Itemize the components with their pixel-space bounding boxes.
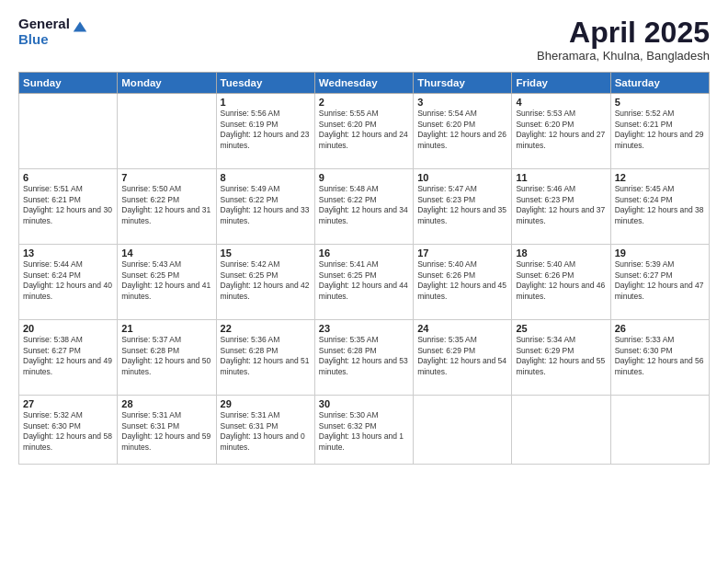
- logo: General Blue: [18, 17, 88, 47]
- calendar-cell: 14Sunrise: 5:43 AM Sunset: 6:25 PM Dayli…: [118, 245, 216, 320]
- calendar-cell: 22Sunrise: 5:36 AM Sunset: 6:28 PM Dayli…: [216, 320, 314, 396]
- day-info: Sunrise: 5:38 AM Sunset: 6:27 PM Dayligh…: [23, 335, 113, 377]
- calendar-cell: 28Sunrise: 5:31 AM Sunset: 6:31 PM Dayli…: [118, 396, 216, 465]
- calendar-cell: 25Sunrise: 5:34 AM Sunset: 6:29 PM Dayli…: [512, 320, 610, 396]
- calendar-cell: 6Sunrise: 5:51 AM Sunset: 6:21 PM Daylig…: [19, 169, 118, 245]
- day-info: Sunrise: 5:31 AM Sunset: 6:31 PM Dayligh…: [121, 410, 211, 453]
- calendar-cell: 17Sunrise: 5:40 AM Sunset: 6:26 PM Dayli…: [414, 245, 512, 320]
- day-number: 9: [319, 172, 409, 183]
- calendar-cell: 4Sunrise: 5:53 AM Sunset: 6:20 PM Daylig…: [512, 94, 610, 169]
- calendar-cell: [414, 396, 512, 465]
- day-number: 7: [121, 172, 211, 183]
- logo-general: General: [18, 17, 70, 32]
- logo-icon: [72, 18, 88, 35]
- calendar-cell: 2Sunrise: 5:55 AM Sunset: 6:20 PM Daylig…: [314, 94, 413, 169]
- day-info: Sunrise: 5:31 AM Sunset: 6:31 PM Dayligh…: [221, 410, 311, 453]
- day-info: Sunrise: 5:52 AM Sunset: 6:21 PM Dayligh…: [615, 109, 705, 151]
- day-number: 14: [121, 247, 211, 259]
- day-info: Sunrise: 5:50 AM Sunset: 6:22 PM Dayligh…: [121, 184, 211, 226]
- day-number: 15: [221, 247, 311, 259]
- calendar-cell: 26Sunrise: 5:33 AM Sunset: 6:30 PM Dayli…: [610, 320, 709, 396]
- day-number: 26: [615, 323, 705, 334]
- day-number: 29: [221, 398, 311, 409]
- calendar-cell: 9Sunrise: 5:48 AM Sunset: 6:22 PM Daylig…: [314, 169, 413, 245]
- calendar-week-1: 1Sunrise: 5:56 AM Sunset: 6:19 PM Daylig…: [19, 94, 710, 169]
- day-number: 18: [516, 247, 606, 259]
- calendar-cell: 15Sunrise: 5:42 AM Sunset: 6:25 PM Dayli…: [216, 245, 314, 320]
- day-info: Sunrise: 5:35 AM Sunset: 6:28 PM Dayligh…: [319, 335, 409, 377]
- day-number: 5: [615, 97, 705, 108]
- day-number: 28: [121, 398, 211, 409]
- weekday-header-tuesday: Tuesday: [216, 73, 314, 94]
- calendar-cell: 7Sunrise: 5:50 AM Sunset: 6:22 PM Daylig…: [118, 169, 216, 245]
- weekday-header-thursday: Thursday: [414, 73, 512, 94]
- day-number: 27: [23, 398, 113, 409]
- logo-text: General Blue: [18, 17, 70, 47]
- calendar-week-2: 6Sunrise: 5:51 AM Sunset: 6:21 PM Daylig…: [19, 169, 710, 245]
- day-info: Sunrise: 5:34 AM Sunset: 6:29 PM Dayligh…: [516, 335, 606, 377]
- calendar-cell: 18Sunrise: 5:40 AM Sunset: 6:26 PM Dayli…: [512, 245, 610, 320]
- calendar-cell: [19, 94, 118, 169]
- day-info: Sunrise: 5:48 AM Sunset: 6:22 PM Dayligh…: [319, 184, 409, 226]
- weekday-header-row: SundayMondayTuesdayWednesdayThursdayFrid…: [19, 73, 710, 94]
- day-info: Sunrise: 5:45 AM Sunset: 6:24 PM Dayligh…: [615, 184, 705, 226]
- calendar-cell: 12Sunrise: 5:45 AM Sunset: 6:24 PM Dayli…: [610, 169, 709, 245]
- calendar-week-4: 20Sunrise: 5:38 AM Sunset: 6:27 PM Dayli…: [19, 320, 710, 396]
- title-block: April 2025 Bheramara, Khulna, Bangladesh: [537, 17, 710, 63]
- logo-blue: Blue: [18, 32, 70, 48]
- day-info: Sunrise: 5:30 AM Sunset: 6:32 PM Dayligh…: [319, 410, 409, 453]
- calendar-cell: [610, 396, 709, 465]
- day-number: 13: [23, 247, 113, 259]
- day-info: Sunrise: 5:36 AM Sunset: 6:28 PM Dayligh…: [221, 335, 311, 377]
- calendar-week-5: 27Sunrise: 5:32 AM Sunset: 6:30 PM Dayli…: [19, 396, 710, 465]
- calendar-cell: 30Sunrise: 5:30 AM Sunset: 6:32 PM Dayli…: [314, 396, 413, 465]
- day-info: Sunrise: 5:44 AM Sunset: 6:24 PM Dayligh…: [23, 259, 113, 302]
- day-number: 22: [221, 323, 311, 334]
- day-number: 21: [121, 323, 211, 334]
- day-info: Sunrise: 5:55 AM Sunset: 6:20 PM Dayligh…: [319, 109, 409, 151]
- calendar-cell: 27Sunrise: 5:32 AM Sunset: 6:30 PM Dayli…: [19, 396, 118, 465]
- day-number: 6: [23, 172, 113, 183]
- calendar-title: April 2025: [537, 17, 710, 49]
- calendar-cell: 10Sunrise: 5:47 AM Sunset: 6:23 PM Dayli…: [414, 169, 512, 245]
- day-info: Sunrise: 5:33 AM Sunset: 6:30 PM Dayligh…: [615, 335, 705, 377]
- calendar-cell: 16Sunrise: 5:41 AM Sunset: 6:25 PM Dayli…: [314, 245, 413, 320]
- calendar-cell: 19Sunrise: 5:39 AM Sunset: 6:27 PM Dayli…: [610, 245, 709, 320]
- calendar-cell: [118, 94, 216, 169]
- calendar-table: SundayMondayTuesdayWednesdayThursdayFrid…: [18, 72, 710, 465]
- weekday-header-sunday: Sunday: [19, 73, 118, 94]
- svg-marker-0: [74, 22, 86, 32]
- calendar-cell: 8Sunrise: 5:49 AM Sunset: 6:22 PM Daylig…: [216, 169, 314, 245]
- day-number: 4: [516, 97, 606, 108]
- calendar-cell: 11Sunrise: 5:46 AM Sunset: 6:23 PM Dayli…: [512, 169, 610, 245]
- calendar-cell: 1Sunrise: 5:56 AM Sunset: 6:19 PM Daylig…: [216, 94, 314, 169]
- day-info: Sunrise: 5:51 AM Sunset: 6:21 PM Dayligh…: [23, 184, 113, 226]
- day-number: 3: [417, 97, 507, 108]
- calendar-cell: [512, 396, 610, 465]
- day-info: Sunrise: 5:43 AM Sunset: 6:25 PM Dayligh…: [121, 259, 211, 302]
- day-info: Sunrise: 5:41 AM Sunset: 6:25 PM Dayligh…: [319, 259, 409, 302]
- calendar-cell: 29Sunrise: 5:31 AM Sunset: 6:31 PM Dayli…: [216, 396, 314, 465]
- day-number: 25: [516, 323, 606, 334]
- day-number: 19: [615, 247, 705, 259]
- day-number: 20: [23, 323, 113, 334]
- day-number: 10: [417, 172, 507, 183]
- day-info: Sunrise: 5:47 AM Sunset: 6:23 PM Dayligh…: [417, 184, 507, 226]
- calendar-cell: 24Sunrise: 5:35 AM Sunset: 6:29 PM Dayli…: [414, 320, 512, 396]
- day-info: Sunrise: 5:39 AM Sunset: 6:27 PM Dayligh…: [615, 259, 705, 302]
- day-number: 12: [615, 172, 705, 183]
- weekday-header-wednesday: Wednesday: [314, 73, 413, 94]
- weekday-header-monday: Monday: [118, 73, 216, 94]
- day-info: Sunrise: 5:40 AM Sunset: 6:26 PM Dayligh…: [417, 259, 507, 302]
- day-info: Sunrise: 5:32 AM Sunset: 6:30 PM Dayligh…: [23, 410, 113, 453]
- day-number: 2: [319, 97, 409, 108]
- day-info: Sunrise: 5:37 AM Sunset: 6:28 PM Dayligh…: [121, 335, 211, 377]
- calendar-cell: 13Sunrise: 5:44 AM Sunset: 6:24 PM Dayli…: [19, 245, 118, 320]
- day-number: 30: [319, 398, 409, 409]
- day-number: 24: [417, 323, 507, 334]
- day-info: Sunrise: 5:40 AM Sunset: 6:26 PM Dayligh…: [516, 259, 606, 302]
- calendar-cell: 5Sunrise: 5:52 AM Sunset: 6:21 PM Daylig…: [610, 94, 709, 169]
- calendar-cell: 20Sunrise: 5:38 AM Sunset: 6:27 PM Dayli…: [19, 320, 118, 396]
- day-number: 16: [319, 247, 409, 259]
- page: General Blue April 2025 Bheramara, Khuln…: [0, 0, 728, 563]
